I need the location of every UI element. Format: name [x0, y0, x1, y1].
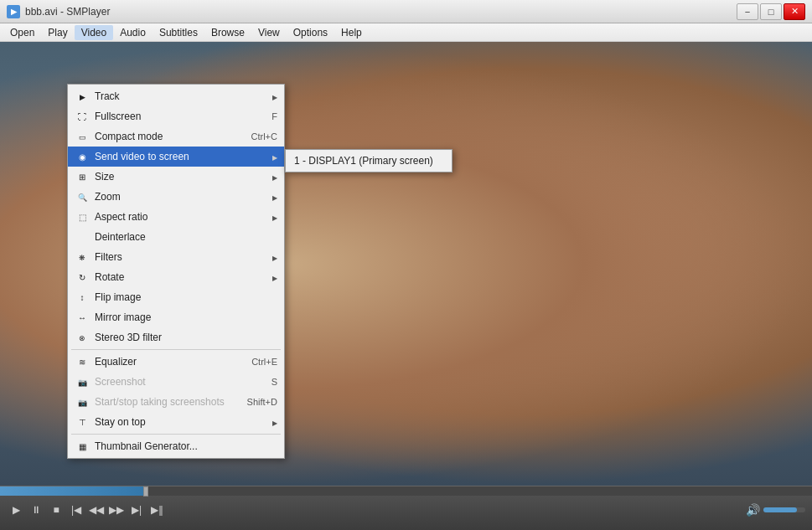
menu-item-equalizer[interactable]: Equalizer Ctrl+E [68, 352, 284, 372]
rewind-button[interactable]: ◀◀ [87, 501, 106, 519]
menu-item-flip[interactable]: Flip image [68, 287, 284, 307]
menu-item-stereo3d[interactable]: Stereo 3D filter [68, 327, 284, 347]
rotate-icon [75, 270, 90, 284]
progress-fill [0, 486, 146, 496]
menu-item-stayontop[interactable]: Stay on top [68, 412, 284, 432]
volume-slider[interactable] [763, 507, 805, 512]
menu-open[interactable]: Open [3, 25, 41, 40]
compact-icon [75, 130, 90, 143]
eq-icon [75, 355, 90, 368]
track-icon [75, 90, 90, 103]
volume-icon: 🔊 [746, 503, 760, 517]
menu-item-deinterlace[interactable]: Deinterlace [68, 227, 284, 247]
separator-2 [71, 434, 281, 435]
menu-video[interactable]: Video [75, 25, 113, 40]
size-icon [75, 170, 90, 183]
menubar: Open Play Video Audio Subtitles Browse V… [0, 23, 812, 42]
video-area: Track Fullscreen F Compact mode Ctrl+C S… [0, 42, 812, 486]
menu-subtitles[interactable]: Subtitles [153, 25, 204, 40]
window-controls: − □ ✕ [737, 3, 805, 20]
deinterlace-icon [75, 230, 90, 244]
video-menu-dropdown: Track Fullscreen F Compact mode Ctrl+C S… [67, 84, 453, 459]
menu-view[interactable]: View [251, 25, 287, 40]
progress-bar-area[interactable] [0, 486, 812, 496]
takescreenshots-icon [75, 395, 90, 409]
menu-item-rotate[interactable]: Rotate [68, 267, 284, 287]
stayontop-submenu-arrow [272, 418, 277, 427]
controls-buttons: ▶ ⏸ ■ |◀ ◀◀ ▶▶ ▶| ▶‖ 🔊 [0, 496, 812, 524]
filters-icon [75, 250, 90, 264]
forward-button[interactable]: ▶▶ [107, 501, 126, 519]
menu-item-thumbgen[interactable]: Thumbnail Generator... [68, 436, 284, 456]
flip-icon [75, 291, 90, 304]
menu-item-size[interactable]: Size [68, 167, 284, 187]
zoom-icon [75, 190, 90, 203]
prev-button[interactable]: |◀ [67, 501, 85, 519]
menu-item-aspect[interactable]: Aspect ratio [68, 207, 284, 227]
frame-button[interactable]: ▶‖ [147, 501, 166, 519]
menu-audio[interactable]: Audio [113, 25, 153, 40]
sendvideo-submenu-arrow [272, 152, 277, 162]
stop-button[interactable]: ■ [47, 501, 65, 519]
menu-item-zoom[interactable]: Zoom [68, 187, 284, 207]
size-submenu-arrow [272, 172, 277, 182]
menu-item-fullscreen[interactable]: Fullscreen F [68, 106, 284, 126]
video-dropdown-menu: Track Fullscreen F Compact mode Ctrl+C S… [67, 84, 285, 459]
next-button[interactable]: ▶| [127, 501, 146, 519]
progress-thumb[interactable] [143, 486, 148, 497]
sendvideo-icon [75, 150, 90, 163]
menu-item-compact[interactable]: Compact mode Ctrl+C [68, 126, 284, 147]
screenshot-icon [75, 375, 90, 388]
volume-area: 🔊 [746, 503, 805, 517]
close-button[interactable]: ✕ [784, 3, 805, 20]
menu-item-sendvideo[interactable]: Send video to screen [68, 147, 284, 167]
aspect-icon [75, 210, 90, 224]
window-title: bbb.avi - SMPlayer [25, 6, 737, 18]
filters-submenu-arrow [272, 253, 277, 262]
minimize-button[interactable]: − [737, 3, 758, 20]
menu-item-track[interactable]: Track [68, 86, 284, 106]
maximize-button[interactable]: □ [760, 3, 782, 20]
menu-play[interactable]: Play [41, 25, 74, 40]
submenu-arrow [272, 92, 277, 101]
volume-fill [763, 507, 797, 512]
sendvideo-submenu: 1 - DISPLAY1 (Primary screen) [285, 149, 453, 172]
fullscreen-icon [75, 110, 90, 123]
menu-item-screenshot[interactable]: Screenshot S [68, 372, 284, 392]
menu-item-mirror[interactable]: Mirror image [68, 307, 284, 327]
stereo3d-icon [75, 331, 90, 344]
app-icon: ▶ [7, 5, 20, 18]
menu-options[interactable]: Options [287, 25, 334, 40]
stayontop-icon [75, 415, 90, 429]
controls-area: ▶ ⏸ ■ |◀ ◀◀ ▶▶ ▶| ▶‖ 🔊 [0, 486, 812, 530]
menu-item-takescreenshots[interactable]: Start/stop taking screenshots Shift+D [68, 392, 284, 412]
titlebar: ▶ bbb.avi - SMPlayer − □ ✕ [0, 0, 812, 23]
display1-item[interactable]: 1 - DISPLAY1 (Primary screen) [286, 152, 452, 170]
play-button[interactable]: ▶ [7, 501, 25, 519]
mirror-icon [75, 311, 90, 324]
menu-browse[interactable]: Browse [204, 25, 251, 40]
rotate-submenu-arrow [272, 273, 277, 282]
thumbgen-icon [75, 440, 90, 453]
zoom-submenu-arrow [272, 193, 277, 202]
progress-track[interactable] [0, 486, 812, 496]
pause-button[interactable]: ⏸ [27, 501, 45, 519]
aspect-submenu-arrow [272, 213, 277, 222]
separator-1 [71, 349, 281, 350]
menu-help[interactable]: Help [334, 25, 369, 40]
menu-item-filters[interactable]: Filters [68, 247, 284, 267]
